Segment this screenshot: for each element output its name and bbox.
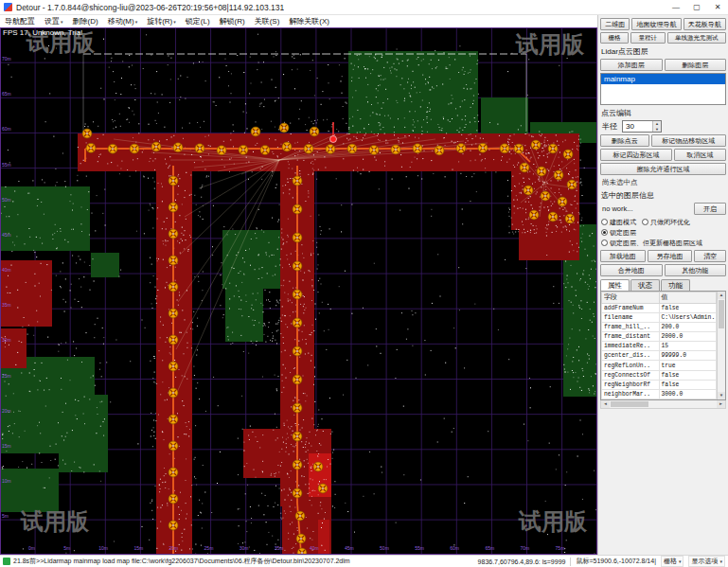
scroll-up-icon[interactable]: ▲ bbox=[718, 292, 725, 299]
radius-spinner[interactable]: 30 ▲▼ bbox=[622, 120, 662, 133]
table-row[interactable]: neighborMar..3000.0 bbox=[602, 389, 717, 399]
maximize-button[interactable]: ▢ bbox=[686, 0, 707, 14]
load-map-button[interactable]: 加载地图 bbox=[600, 250, 646, 262]
axis-bottom-label: 5m bbox=[63, 545, 70, 551]
other-functions-button[interactable]: 其他功能 bbox=[665, 264, 727, 276]
axis-left-label: 20m bbox=[2, 408, 11, 414]
radio-icon bbox=[601, 219, 608, 225]
property-tab-2[interactable]: 功能 bbox=[661, 279, 690, 291]
chevron-down-icon: ▾ bbox=[679, 558, 682, 564]
trial-watermark: 试用版 bbox=[515, 31, 585, 57]
property-tab-1[interactable]: 状态 bbox=[630, 279, 660, 291]
nav-tab-1[interactable]: 地面纹理导航 bbox=[631, 18, 681, 30]
lidar-map-canvas[interactable]: 试用版试用版试用版试用版0m5m10m15m20m25m30m35m40m45m… bbox=[0, 27, 597, 555]
layer-list-item[interactable]: mainmap bbox=[601, 74, 725, 84]
display-options-dropdown[interactable]: 显示选项 ▾ bbox=[688, 556, 725, 567]
axis-left-label: 50m bbox=[2, 197, 11, 203]
table-cell: neighborMar.. bbox=[602, 389, 660, 399]
chevron-down-icon: ▾ bbox=[173, 19, 176, 25]
start-button[interactable]: 开启 bbox=[694, 203, 726, 215]
mark-quad-area-button[interactable]: 标记四边形区域 bbox=[600, 149, 672, 161]
nav-tab-0[interactable]: 二维图 bbox=[600, 18, 630, 30]
table-row[interactable]: gcenter_dis..99999.0 bbox=[602, 351, 717, 361]
map-viewport[interactable]: 试用版试用版试用版试用版0m5m10m15m20m25m30m35m40m45m… bbox=[0, 27, 597, 555]
menu-item-5[interactable]: 锁定(L) bbox=[181, 16, 215, 27]
scroll-down-icon[interactable]: ▼ bbox=[718, 392, 725, 399]
minimize-button[interactable]: — bbox=[666, 0, 686, 14]
mark-item-move-area-button[interactable]: 标记物品移动区域 bbox=[651, 134, 727, 147]
menu-item-2[interactable]: 删除(D) bbox=[68, 16, 103, 27]
scroll-thumb[interactable] bbox=[719, 300, 724, 328]
close-button[interactable]: ✕ bbox=[707, 0, 728, 14]
nav-tab-2[interactable]: 天花板导航 bbox=[684, 18, 726, 30]
axis-bottom-label: 0m bbox=[28, 545, 35, 551]
menu-item-3[interactable]: 移动(M)▾ bbox=[103, 16, 143, 27]
view-tab-1[interactable]: 量程计 bbox=[630, 32, 666, 44]
table-row[interactable]: frame_hill_..200.0 bbox=[602, 322, 717, 331]
status-ok-icon bbox=[3, 558, 10, 565]
mode-radio-2[interactable]: 锁定图层 bbox=[601, 228, 636, 237]
menu-item-1[interactable]: 设置▾ bbox=[40, 16, 68, 27]
table-row[interactable]: filenameC:\Users\Admin. bbox=[602, 312, 717, 322]
save-as-map-button[interactable]: 另存地图 bbox=[648, 250, 693, 262]
axis-left-label: 65m bbox=[2, 91, 11, 97]
merge-map-button[interactable]: 合并地图 bbox=[600, 264, 663, 276]
axis-bottom-label: 50m bbox=[380, 545, 389, 551]
axis-left-label: 70m bbox=[2, 56, 11, 62]
cursor-coordinates: 9836.7,60796.4,89.6: ls=9999 bbox=[478, 558, 566, 565]
view-tab-0[interactable]: 栅格 bbox=[600, 32, 629, 44]
remove-layer-button[interactable]: 删除图层 bbox=[665, 59, 727, 71]
menu-item-label: 导航配置 bbox=[5, 16, 35, 27]
table-row[interactable]: regNeighborRffalse bbox=[602, 380, 717, 389]
work-status-label: no work... bbox=[600, 204, 692, 213]
chevron-down-icon: ▾ bbox=[61, 19, 63, 25]
menu-item-label: 关联(S) bbox=[255, 16, 280, 27]
table-row[interactable]: frame_distant2000.0 bbox=[602, 332, 717, 342]
view-tab-row: 栅格量程计单线激光元测试 bbox=[600, 32, 726, 44]
menu-item-label: 旋转(R) bbox=[147, 16, 172, 27]
spinner-arrows[interactable]: ▲▼ bbox=[652, 121, 661, 132]
erase-passable-area-button[interactable]: 擦除允许通行区域 bbox=[600, 163, 726, 175]
axis-left-label: 25m bbox=[2, 373, 11, 379]
table-cell: regRefLonUn.. bbox=[602, 361, 660, 370]
menu-item-6[interactable]: 解锁(R) bbox=[215, 16, 250, 27]
table-vertical-scrollbar[interactable]: ▲ ▼ bbox=[717, 292, 725, 399]
table-cell: frame_hill_.. bbox=[602, 322, 660, 331]
table-horizontal-scrollbar[interactable]: ◄ ► bbox=[600, 400, 726, 409]
property-tab-0[interactable]: 属性 bbox=[600, 279, 630, 291]
hscroll-thumb[interactable] bbox=[611, 401, 648, 407]
axis-bottom-label: 65m bbox=[485, 545, 494, 551]
scroll-left-icon[interactable]: ◄ bbox=[601, 400, 610, 408]
mode-radio-1[interactable]: 只做闭环优化 bbox=[642, 218, 690, 226]
property-tab-strip: 属性状态功能 bbox=[600, 279, 726, 291]
menu-item-0[interactable]: 导航配置 bbox=[0, 16, 40, 27]
table-row[interactable]: addFrameNumfalse bbox=[602, 303, 717, 312]
table-row[interactable]: regRefLonUn..true bbox=[602, 361, 717, 370]
cancel-area-button[interactable]: 取消区域 bbox=[674, 149, 726, 161]
scroll-right-icon[interactable]: ► bbox=[717, 400, 725, 408]
layer-list[interactable]: mainmap bbox=[600, 73, 726, 105]
axis-bottom-label: 10m bbox=[98, 545, 108, 551]
menu-item-label: 删除(D) bbox=[73, 16, 98, 27]
spinner-down-icon[interactable]: ▼ bbox=[653, 127, 661, 133]
mode-radio-0[interactable]: 建图模式 bbox=[601, 218, 636, 226]
axis-bottom-label: 15m bbox=[133, 545, 143, 551]
window-controls: — ▢ ✕ bbox=[666, 0, 728, 14]
clear-button[interactable]: 清空 bbox=[694, 250, 726, 262]
menu-item-8[interactable]: 解除关联(X) bbox=[284, 16, 334, 27]
add-layer-button[interactable]: 添加图层 bbox=[600, 59, 663, 71]
mode-radio-3[interactable]: 锁定图层、但更新栅格图层区域 bbox=[601, 239, 702, 247]
radio-icon bbox=[601, 239, 608, 246]
axis-left-label: 40m bbox=[2, 267, 11, 273]
table-row[interactable]: regConnectsOffalse bbox=[602, 370, 717, 380]
view-tab-2[interactable]: 单线激光元测试 bbox=[667, 32, 727, 44]
menu-item-7[interactable]: 关联(S) bbox=[250, 16, 285, 27]
right-panel: 二维图地面纹理导航天花板导航 栅格量程计单线激光元测试 Lidar点云图层 添加… bbox=[597, 15, 728, 555]
table-row[interactable]: immediateRe..15 bbox=[602, 342, 717, 351]
status-message: 21.8s前>>Lidarmap mainmap load map file:C… bbox=[13, 557, 350, 566]
radius-value: 30 bbox=[623, 121, 652, 132]
menu-item-4[interactable]: 旋转(R)▾ bbox=[142, 16, 181, 27]
grid-dropdown-label: 栅格 bbox=[664, 557, 677, 566]
grid-dropdown[interactable]: 栅格 ▾ bbox=[661, 556, 684, 567]
delete-points-button[interactable]: 删除点云 bbox=[600, 134, 649, 147]
